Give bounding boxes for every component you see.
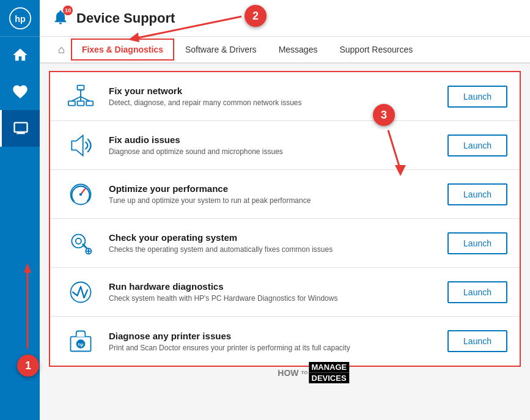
audio-icon: [62, 132, 99, 159]
printer-title: Diagnose any printer issues: [109, 331, 438, 341]
list-item: Check your operating system Checks the o…: [50, 219, 520, 268]
page-title: Device Support: [76, 10, 175, 26]
header: 10 Device Support: [40, 0, 530, 37]
os-launch-button[interactable]: Launch: [447, 232, 507, 254]
monitor-icon: [12, 120, 29, 137]
tab-support-resources[interactable]: Support Resources: [328, 39, 424, 61]
printer-text: Diagnose any printer issues Print and Sc…: [99, 331, 447, 352]
hardware-desc: Check system health with HP's PC Hardwar…: [109, 294, 438, 303]
svg-point-13: [79, 193, 83, 196]
performance-title: Optimize your performance: [109, 183, 438, 194]
notification-count: 10: [63, 6, 73, 15]
os-title: Check your operating system: [109, 232, 438, 243]
main-content: 10 Device Support ⌂ Fixes & Diagnostics …: [40, 0, 530, 420]
list-item: Optimize your performance Tune up and op…: [50, 170, 520, 219]
list-item: hp Diagnose any printer issues Print and…: [50, 317, 520, 366]
notification-bell[interactable]: 10: [52, 9, 69, 28]
network-desc: Detect, diagnose, and repair many common…: [109, 98, 438, 107]
network-launch-button[interactable]: Launch: [447, 86, 507, 108]
svg-rect-5: [86, 101, 93, 105]
sidebar-item-device-support[interactable]: [0, 110, 40, 147]
tab-software-drivers[interactable]: Software & Drivers: [174, 39, 268, 61]
performance-text: Optimize your performance Tune up and op…: [99, 183, 447, 205]
content-area: Fix your network Detect, diagnose, and r…: [40, 64, 530, 420]
svg-rect-3: [68, 101, 75, 105]
printer-icon: hp: [62, 328, 99, 355]
list-item: Fix audio issues Diagnose and optimize s…: [50, 121, 520, 170]
performance-desc: Tune up and optimize your system to run …: [109, 196, 438, 205]
svg-text:hp: hp: [15, 13, 26, 23]
svg-rect-2: [78, 85, 84, 89]
home-icon: [12, 46, 29, 64]
hardware-launch-button[interactable]: Launch: [447, 281, 507, 303]
hp-logo-icon: hp: [9, 7, 31, 29]
sidebar-item-home[interactable]: [0, 37, 40, 73]
printer-launch-button[interactable]: Launch: [447, 330, 507, 352]
tab-messages[interactable]: Messages: [268, 39, 329, 61]
svg-line-9: [81, 97, 90, 101]
svg-line-7: [72, 97, 81, 101]
sidebar-item-health[interactable]: [0, 73, 40, 110]
svg-text:hp: hp: [78, 342, 84, 347]
sidebar: hp: [0, 0, 40, 420]
hardware-text: Run hardware diagnostics Check system he…: [99, 281, 447, 303]
svg-marker-10: [72, 135, 83, 155]
printer-desc: Print and Scan Doctor ensures your print…: [109, 344, 438, 352]
heart-icon: [12, 83, 29, 100]
audio-text: Fix audio issues Diagnose and optimize s…: [99, 134, 447, 156]
diagnostics-list: Fix your network Detect, diagnose, and r…: [49, 71, 521, 367]
performance-icon: [62, 181, 99, 208]
nav-home-icon[interactable]: ⌂: [52, 41, 71, 59]
audio-desc: Diagnose and optimize sound and micropho…: [109, 147, 438, 156]
audio-title: Fix audio issues: [109, 134, 438, 145]
tab-fixes-diagnostics[interactable]: Fixes & Diagnostics: [71, 39, 174, 61]
hardware-title: Run hardware diagnostics: [109, 281, 438, 292]
svg-rect-4: [78, 101, 84, 105]
hardware-icon: [62, 279, 99, 306]
list-item: Fix your network Detect, diagnose, and r…: [50, 72, 520, 121]
network-text: Fix your network Detect, diagnose, and r…: [99, 86, 447, 107]
os-text: Check your operating system Checks the o…: [99, 232, 447, 254]
nav-tabs: ⌂ Fixes & Diagnostics Software & Drivers…: [40, 37, 530, 64]
list-item: Run hardware diagnostics Check system he…: [50, 268, 520, 317]
performance-launch-button[interactable]: Launch: [447, 183, 507, 205]
audio-launch-button[interactable]: Launch: [447, 134, 507, 157]
os-icon: [62, 230, 99, 257]
network-title: Fix your network: [109, 86, 438, 96]
network-icon: [62, 83, 99, 110]
sidebar-logo: hp: [0, 0, 40, 37]
svg-point-15: [76, 238, 81, 243]
os-desc: Checks the operating system and automati…: [109, 245, 438, 254]
